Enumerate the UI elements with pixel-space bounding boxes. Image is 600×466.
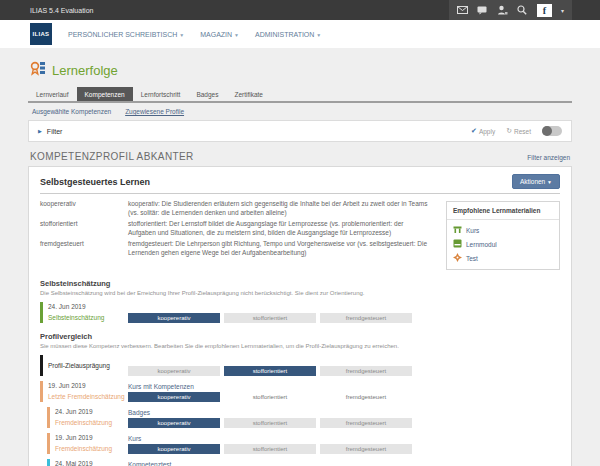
entry-content: koopererativstofforientiertfremdgesteuer… — [128, 302, 412, 323]
tab-badges[interactable]: Badges — [188, 87, 226, 101]
self-assessment-heading: Selbsteinschätzung — [40, 279, 560, 288]
top-bar: ILIAS 5.4 Evaluation f ▾ — [0, 0, 600, 20]
subtab-zugewiesene-profile[interactable]: Zugewiesene Profile — [125, 108, 184, 115]
filter-bar: ▶ Filter ✔Apply ↻Reset — [28, 120, 572, 142]
tab-bar: Lernverlauf Kompetenzen Lernfortschritt … — [28, 87, 572, 103]
entry-content: koopererativstofforientiertfremdgesteuer… — [128, 355, 412, 376]
level-bar-koopererativ: koopererativ — [128, 392, 220, 402]
nav-item-personal-desktop[interactable]: PERSÖNLICHER SCHREIBTISCH ▼ — [68, 31, 184, 38]
level-term: koopererativ — [40, 199, 128, 218]
chevron-down-icon: ▼ — [179, 32, 184, 38]
material-item-lernmodul[interactable]: Lernmodul — [447, 237, 559, 251]
chevron-down-icon: ▼ — [234, 32, 239, 38]
entry-title-link[interactable]: Kurs mit Kompetenzen — [128, 382, 412, 393]
actions-button[interactable]: Aktionen ▼ — [512, 174, 560, 189]
subtab-ausgewaehlte-kompetenzen[interactable]: Ausgewählte Kompetenzen — [32, 108, 111, 115]
tab-kompetenzen[interactable]: Kompetenzen — [77, 87, 133, 101]
reset-icon: ↻ — [506, 127, 512, 135]
profile-target-row: Profil-Zielausprägungkoopererativstoffor… — [40, 355, 560, 376]
level-definitions: koopererativ kooperativ: Die Studierende… — [40, 199, 434, 270]
tab-lernverlauf[interactable]: Lernverlauf — [28, 87, 77, 101]
level-bar-fremdgesteuert: fremdgesteuert — [320, 418, 412, 428]
entry-title-link[interactable]: Kurs — [128, 434, 412, 445]
level-bar-koopererativ: koopererativ — [128, 444, 220, 454]
level-term: fremdgesteuert — [40, 239, 128, 258]
profile-comparison-heading: Profilvergleich — [40, 332, 560, 341]
entry-label-block: 19. Jun 2019Letzte Fremdeinschätzung — [40, 381, 128, 402]
course-icon — [453, 225, 462, 235]
tab-lernfortschritt[interactable]: Lernfortschritt — [133, 87, 189, 101]
profile-header: KOMPETENZPROFIL ABKANTER Filter anzeigen — [30, 151, 570, 162]
level-bar-stofforientiert: stofforientiert — [224, 366, 316, 376]
show-filter-link[interactable]: Filter anzeigen — [527, 154, 570, 161]
level-bar-stofforientiert: stofforientiert — [224, 444, 316, 454]
entry-date: 24. Jun 2019 — [55, 407, 128, 418]
entry-title-link[interactable]: Badges — [128, 408, 412, 419]
tab-zertifikate[interactable]: Zertifikate — [226, 87, 271, 101]
timeline-entry-kurs: 19. Jun 2019FremdeinschätzungKurskoopere… — [40, 433, 560, 454]
user-avatar[interactable]: f — [537, 4, 552, 17]
level-bars: koopererativstofforientiertfremdgesteuer… — [128, 392, 412, 402]
top-bar-icon-group: f ▾ — [449, 0, 572, 20]
entry-label: Profil-Zielausprägung — [48, 362, 128, 369]
level-description: kooperativ: Die Studierenden erläutern s… — [128, 199, 434, 218]
level-bar-fremdgesteuert: fremdgesteuert — [320, 444, 412, 454]
learning-achievements-icon — [30, 60, 46, 80]
entry-content: Kurskoopererativstofforientiertfremdgest… — [128, 433, 412, 454]
user-menu-chevron-down-icon[interactable]: ▾ — [561, 7, 564, 14]
filter-actions: ✔Apply ↻Reset — [471, 126, 562, 136]
entry-content: Kompetenztestkoopererativstofforientiert… — [128, 459, 412, 466]
panel-head: Selbstgesteuertes Lernen Aktionen ▼ — [40, 174, 560, 194]
nav-item-administration[interactable]: ADMINISTRATION ▼ — [255, 31, 321, 38]
filter-toggle[interactable] — [542, 126, 562, 136]
level-bar-stofforientiert: stofforientiert — [224, 418, 316, 428]
definition-row: fremdgesteuert fremdgesteuert: Die Lehrp… — [40, 239, 434, 258]
timeline-entry-badges: 24. Jun 2019FremdeinschätzungBadgeskoope… — [40, 407, 560, 428]
entry-label-block: 24. Mai 2019Messung — [47, 459, 128, 466]
filter-label[interactable]: Filter — [47, 128, 63, 135]
self-assessment-entry: 24. Jun 2019Selbsteinschätzungkoopererat… — [40, 302, 560, 323]
level-bars: koopererativstofforientiertfremdgesteuer… — [128, 444, 412, 454]
user-online-icon[interactable] — [497, 5, 508, 16]
apply-button[interactable]: ✔Apply — [471, 127, 495, 135]
timeline-entry-last-external: 19. Jun 2019Letzte FremdeinschätzungKurs… — [40, 381, 560, 402]
level-bar-fremdgesteuert: fremdgesteuert — [320, 313, 412, 323]
entry-type: Fremdeinschätzung — [55, 444, 128, 455]
materials-list: Kurs Lernmodul Test — [447, 220, 559, 269]
material-item-test[interactable]: Test — [447, 251, 559, 265]
profile-comparison-info: Sie müssen diese Kompetenz verbessern. B… — [40, 343, 560, 349]
level-description: stofforientiert: Der Lernstoff bildet di… — [128, 219, 434, 238]
entry-date: 19. Jun 2019 — [48, 381, 128, 392]
level-bars: koopererativstofforientiertfremdgesteuer… — [128, 313, 412, 323]
profile-title: KOMPETENZPROFIL ABKANTER — [30, 151, 194, 162]
entry-title-link[interactable]: Kompetenztest — [128, 460, 412, 466]
entry-date: 24. Jun 2019 — [48, 302, 128, 313]
level-bar-koopererativ: koopererativ — [128, 313, 220, 323]
entry-content: Badgeskoopererativstofforientiertfremdge… — [128, 407, 412, 428]
recommended-materials-panel: Empfohlene Lernmaterialien Kurs Lernmodu… — [446, 201, 560, 270]
chevron-down-icon: ▼ — [547, 179, 552, 185]
entry-label-block: 24. Jun 2019Selbsteinschätzung — [40, 302, 128, 323]
nav-item-repository[interactable]: MAGAZIN ▼ — [200, 31, 239, 38]
chat-icon[interactable] — [477, 5, 488, 16]
main-nav-bar: ILIAS PERSÖNLICHER SCHREIBTISCH ▼ MAGAZI… — [0, 20, 600, 48]
level-term: stofforientiert — [40, 219, 128, 238]
level-bar-koopererativ: koopererativ — [128, 418, 220, 428]
material-item-kurs[interactable]: Kurs — [447, 223, 559, 237]
level-bar-fremdgesteuert: fremdgesteuert — [320, 366, 412, 376]
definition-area: koopererativ kooperativ: Die Studierende… — [40, 199, 560, 270]
expand-triangle-icon[interactable]: ▶ — [38, 128, 42, 134]
competence-panel: Selbstgesteuertes Lernen Aktionen ▼ koop… — [28, 166, 572, 466]
mail-icon[interactable] — [457, 5, 468, 16]
self-assessment-info: Die Selbsteinschätzung wird bei der Erre… — [40, 290, 560, 296]
definition-row: koopererativ kooperativ: Die Studierende… — [40, 199, 434, 218]
ilias-logo[interactable]: ILIAS — [30, 23, 52, 45]
level-bars: koopererativstofforientiertfremdgesteuer… — [128, 366, 412, 376]
check-icon: ✔ — [471, 127, 477, 135]
page-title: Lernerfolge — [52, 63, 118, 78]
level-bar-stofforientiert: stofforientiert — [224, 392, 316, 402]
search-icon[interactable] — [517, 5, 528, 16]
reset-button[interactable]: ↻Reset — [506, 127, 531, 135]
installation-title: ILIAS 5.4 Evaluation — [0, 7, 93, 14]
entry-label-block: 19. Jun 2019Fremdeinschätzung — [47, 433, 128, 454]
